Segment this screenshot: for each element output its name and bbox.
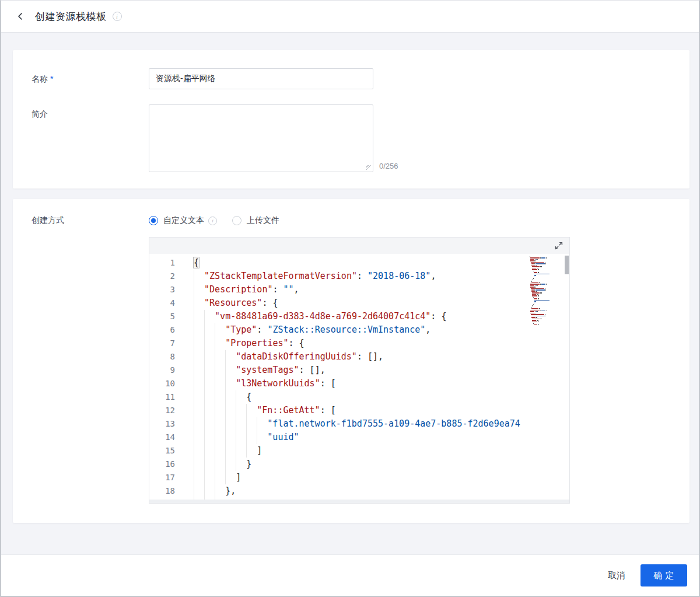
indent-guide [194,296,204,310]
code-token: { [246,392,251,402]
minimap-row [530,307,564,308]
indent-guide [194,323,204,337]
editor-minimap[interactable] [530,256,564,326]
minimap-row [530,313,564,314]
code-line: 10"l3NetworkUuids": [ [149,377,569,390]
minimap-row [530,288,564,289]
description-textarea[interactable] [149,104,373,172]
expand-icon[interactable] [554,241,564,250]
editor-toolbar [149,238,569,254]
code-line: 1{ [149,256,569,270]
indent-guide [194,484,204,498]
indent-guide [236,431,246,444]
editor-vscrollbar-thumb[interactable] [565,256,569,274]
code-token: "vm-88481a69-d383-4d8e-a769-2d64007c41c4… [215,311,430,322]
indent-guide [246,431,257,444]
indent-guide [204,471,215,484]
code-line: 16} [149,458,569,471]
line-number: 17 [149,471,175,484]
code-token: { [194,257,199,268]
minimap-row [530,310,564,311]
custom-text-info-icon[interactable]: i [208,217,217,225]
minimap-row [530,297,564,298]
indent-guide [236,444,246,458]
code-editor[interactable]: 1{2"ZStackTemplateFormatVersion": "2018-… [149,254,569,503]
indent-guide [236,417,246,431]
editor-hscrollbar[interactable] [149,500,569,503]
minimap-row [530,256,564,257]
minimap-row [530,281,564,282]
code-token: "l3NetworkUuids" [236,378,320,389]
minimap-row [530,260,564,261]
code-token: "systemTags" [236,365,299,375]
code-line: 12"Fn::GetAtt": [ [149,404,569,417]
code-token: } [246,459,251,469]
line-number: 13 [149,417,175,431]
line-number: 18 [149,484,175,498]
minimap-row [530,292,564,294]
code-lines: 1{2"ZStackTemplateFormatVersion": "2018-… [149,254,569,503]
minimap-row [530,274,564,275]
minimap-row [530,316,564,317]
indent-guide [215,484,225,498]
indent-guide [225,404,236,417]
indent-guide [215,458,225,471]
minimap-row [530,265,564,266]
radio-custom-text[interactable]: 自定义文本 [149,215,204,226]
indent-guide [225,364,236,377]
indent-guide [225,350,236,364]
indent-guide [215,444,225,458]
indent-guide [194,337,204,350]
minimap-row [530,304,564,305]
indent-guide [236,458,246,471]
code-token: , [294,284,299,295]
page-title: 创建资源栈模板 [35,10,107,23]
title-info-icon[interactable]: i [113,12,122,21]
indent-guide [194,471,204,484]
ok-button[interactable]: 确定 [640,564,687,586]
code-token: : [ [320,378,336,389]
indent-guide [204,310,215,323]
minimap-row [530,314,564,315]
code-token: : { [262,298,278,308]
indent-guide [215,323,225,337]
code-line: 15] [149,444,569,458]
indent-guide [194,458,204,471]
minimap-row [530,294,564,295]
code-token: }, [225,486,236,496]
indent-guide [225,458,236,471]
minimap-row [530,320,564,321]
indent-guide [236,404,246,417]
code-token: "flat.network-f1bd7555-a109-4ae7-b885-f2… [267,418,520,429]
code-token: : [272,284,283,295]
line-number: 7 [149,337,175,350]
minimap-row [530,311,564,312]
description-textarea-wrap [149,104,373,172]
indent-guide [194,390,204,404]
cancel-button[interactable]: 取消 [608,570,625,581]
indent-guide [215,431,225,444]
indent-guide [204,390,215,404]
indent-guide [215,337,225,350]
code-token: : { [430,311,446,322]
page-header: 创建资源栈模板 i [1,1,699,33]
name-input[interactable] [149,68,373,89]
minimap-row [530,277,564,278]
indent-guide [236,390,246,404]
indent-guide [257,431,267,444]
radio-upload-file[interactable]: 上传文件 [232,215,279,226]
indent-guide [225,390,236,404]
minimap-row [530,284,564,285]
indent-guide [215,417,225,431]
back-icon[interactable] [16,11,27,22]
indent-guide [215,471,225,484]
minimap-row [530,269,564,270]
minimap-row [530,280,564,281]
code-token: "Description" [204,284,272,295]
line-number: 1 [149,256,175,270]
card-basic-info: 名称* 简介 0/256 [13,50,690,188]
code-line: 18}, [149,484,569,498]
indent-guide [215,404,225,417]
code-line: 6"Type": "ZStack::Resource::VmInstance", [149,323,569,337]
card-create-method: 创建方式 自定义文本 i 上传文件 [13,199,690,523]
